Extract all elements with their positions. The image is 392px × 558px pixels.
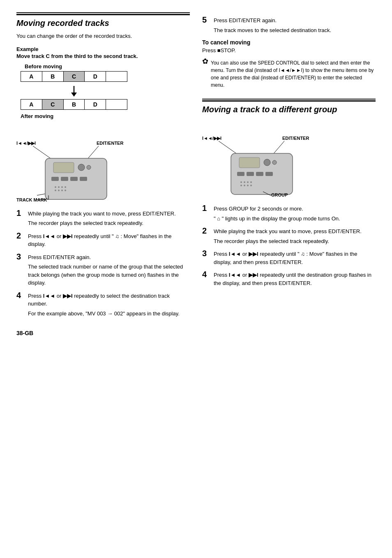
svg-rect-11 bbox=[51, 177, 59, 181]
right-step-3: 3 Press I◄◄ or ▶▶I repeatedly until " ♫ … bbox=[202, 250, 376, 266]
tip-text: You can also use the SPEED CONTROL dial … bbox=[211, 59, 376, 89]
before-track-diagram: A B C D bbox=[21, 71, 190, 82]
right-column: 5 Press EDIT/ENTER again. The track move… bbox=[202, 12, 376, 336]
svg-point-42 bbox=[250, 181, 252, 183]
example-label: Example bbox=[16, 46, 190, 52]
page-number: 38-GB bbox=[16, 330, 190, 336]
svg-rect-35 bbox=[237, 172, 244, 176]
right-step-1-sub: " ⌂ " lights up in the display the group… bbox=[214, 215, 340, 223]
left-column: Moving recorded tracks You can change th… bbox=[16, 12, 190, 336]
svg-point-46 bbox=[250, 185, 252, 186]
step-2: 2 Press I◄◄ or ▶▶I repeatedly until " ♫ … bbox=[16, 232, 190, 248]
step-2-num: 2 bbox=[16, 232, 25, 240]
track-cell-a2: A bbox=[21, 100, 42, 109]
track-cell-c1: C bbox=[64, 72, 85, 81]
svg-point-34 bbox=[272, 160, 277, 164]
right-step-2-num: 2 bbox=[202, 227, 211, 235]
step-2-content: Press I◄◄ or ▶▶I repeatedly until " ♫ : … bbox=[28, 232, 190, 248]
right-section-title: Moving a track to a different group bbox=[202, 100, 376, 114]
example-desc: Move track C from the third to the secon… bbox=[16, 53, 190, 59]
svg-point-19 bbox=[55, 190, 56, 191]
svg-text:I◄◄/▶▶I: I◄◄/▶▶I bbox=[202, 136, 221, 141]
svg-rect-14 bbox=[80, 177, 87, 181]
right-step-list: 1 Press GROUP for 2 seconds or more. " ⌂… bbox=[202, 205, 376, 287]
svg-point-16 bbox=[58, 186, 60, 188]
svg-point-41 bbox=[247, 181, 249, 183]
step-3-num: 3 bbox=[16, 252, 25, 261]
right-step-1-content: Press GROUP for 2 seconds or more. " ⌂ "… bbox=[214, 205, 340, 222]
step5-area: 5 Press EDIT/ENTER again. The track move… bbox=[202, 16, 376, 34]
left-section-intro: You can change the order of the recorded… bbox=[16, 32, 190, 40]
cancel-text: Press ■STOP. bbox=[202, 47, 376, 53]
move-arrow bbox=[68, 85, 190, 97]
svg-point-10 bbox=[87, 165, 91, 169]
svg-rect-36 bbox=[247, 172, 254, 176]
right-step-1: 1 Press GROUP for 2 seconds or more. " ⌂… bbox=[202, 205, 376, 222]
right-device-area: I◄◄/▶▶I EDIT/ENTER bbox=[202, 118, 376, 201]
svg-point-40 bbox=[244, 181, 245, 183]
svg-point-33 bbox=[264, 159, 270, 166]
svg-point-21 bbox=[61, 190, 63, 191]
svg-text:TRACK MARK: TRACK MARK bbox=[16, 197, 47, 202]
svg-point-18 bbox=[65, 186, 66, 188]
track-cell-b1: B bbox=[42, 72, 64, 81]
step-1-main: While playing the track you want to move… bbox=[28, 211, 176, 217]
svg-rect-37 bbox=[256, 172, 263, 176]
left-divider bbox=[16, 12, 190, 13]
cancel-title: To cancel moving bbox=[202, 39, 376, 46]
svg-rect-8 bbox=[53, 162, 74, 173]
before-label: Before moving bbox=[25, 63, 190, 69]
right-step-2-content: While playing the track you want to move… bbox=[214, 227, 362, 245]
svg-point-43 bbox=[240, 185, 242, 186]
step-1-sub: The recorder plays the selected track re… bbox=[28, 219, 176, 227]
step-1-num: 1 bbox=[16, 209, 25, 217]
track-cell-d2: D bbox=[85, 100, 106, 109]
track-cell-empty2 bbox=[106, 100, 127, 109]
right-step-4-num: 4 bbox=[202, 270, 211, 278]
svg-point-15 bbox=[55, 186, 56, 188]
track-cell-a1: A bbox=[21, 72, 42, 81]
left-section-title: Moving recorded tracks bbox=[16, 14, 190, 28]
right-step-2: 2 While playing the track you want to mo… bbox=[202, 227, 376, 245]
svg-point-22 bbox=[65, 190, 66, 191]
right-step-4: 4 Press I◄◄ or ▶▶I repeatedly until the … bbox=[202, 271, 376, 287]
step-4-sub: For the example above, "MV 003 → 002" ap… bbox=[28, 310, 190, 318]
step-1: 1 While playing the track you want to mo… bbox=[16, 210, 190, 227]
step-3-sub: The selected track number or name of the… bbox=[28, 263, 190, 287]
right-step-2-sub: The recorder plays the selected track re… bbox=[214, 237, 362, 245]
step-4-num: 4 bbox=[16, 291, 25, 299]
right-step-3-main: Press I◄◄ or ▶▶I repeatedly until " ♫ : … bbox=[214, 251, 357, 265]
step-1-content: While playing the track you want to move… bbox=[28, 210, 176, 227]
right-step-4-content: Press I◄◄ or ▶▶I repeatedly until the de… bbox=[214, 271, 376, 287]
right-step-1-main: Press GROUP for 2 seconds or more. bbox=[214, 206, 303, 212]
svg-point-45 bbox=[247, 185, 249, 186]
right-step-2-main: While playing the track you want to move… bbox=[214, 228, 362, 234]
left-device-area: I◄◄/▶▶I EDIT/ENTER bbox=[16, 123, 190, 206]
svg-text:GROUP: GROUP bbox=[271, 192, 288, 197]
tip-block: ✿ You can also use the SPEED CONTROL dia… bbox=[202, 58, 376, 92]
right-step-1-num: 1 bbox=[202, 204, 211, 212]
svg-text:EDIT/ENTER: EDIT/ENTER bbox=[97, 141, 123, 146]
svg-rect-13 bbox=[70, 177, 78, 181]
right-divider bbox=[202, 99, 376, 100]
right-step-3-num: 3 bbox=[202, 249, 211, 257]
before-track-row: A B C D bbox=[21, 71, 127, 82]
svg-point-9 bbox=[78, 164, 85, 171]
after-track-diagram: A C B D bbox=[21, 99, 190, 110]
step-5: 5 Press EDIT/ENTER again. The track move… bbox=[202, 16, 376, 34]
step-5-num: 5 bbox=[202, 16, 211, 24]
step-4: 4 Press I◄◄ or ▶▶I repeatedly to select … bbox=[16, 292, 190, 318]
track-cell-empty1 bbox=[106, 72, 127, 81]
svg-point-20 bbox=[58, 190, 60, 191]
left-step-list: 1 While playing the track you want to mo… bbox=[16, 210, 190, 318]
svg-point-39 bbox=[240, 181, 242, 183]
track-cell-c2: C bbox=[42, 100, 64, 109]
svg-point-17 bbox=[61, 186, 63, 188]
left-device-svg: I◄◄/▶▶I EDIT/ENTER bbox=[16, 123, 131, 206]
down-arrow-icon bbox=[68, 85, 80, 97]
track-cell-d1: D bbox=[85, 72, 106, 81]
svg-text:EDIT/ENTER: EDIT/ENTER bbox=[282, 136, 309, 141]
svg-point-44 bbox=[244, 185, 245, 186]
svg-rect-12 bbox=[61, 177, 68, 181]
step-4-main: Press I◄◄ or ▶▶I repeatedly to select th… bbox=[28, 293, 170, 307]
